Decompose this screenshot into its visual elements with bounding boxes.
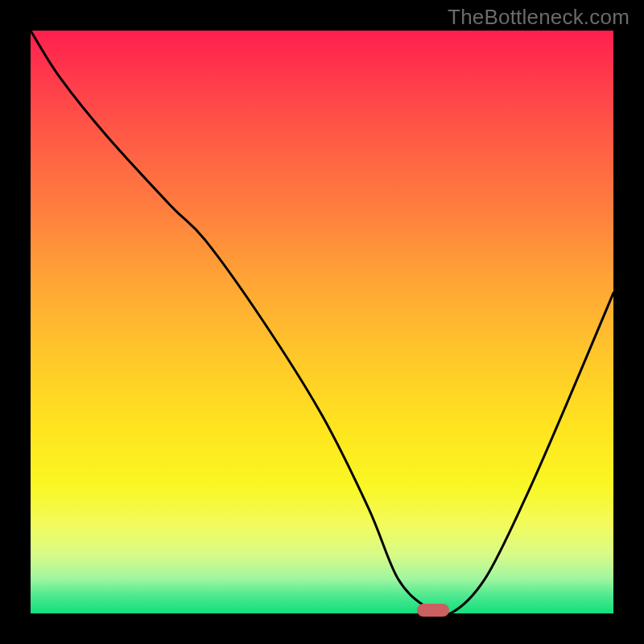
bottleneck-curve	[31, 31, 613, 613]
curve-path	[31, 31, 613, 613]
chart-frame: TheBottleneck.com	[0, 0, 644, 644]
plot-area	[31, 31, 613, 613]
watermark-text: TheBottleneck.com	[448, 5, 630, 30]
optimal-marker	[417, 604, 449, 617]
